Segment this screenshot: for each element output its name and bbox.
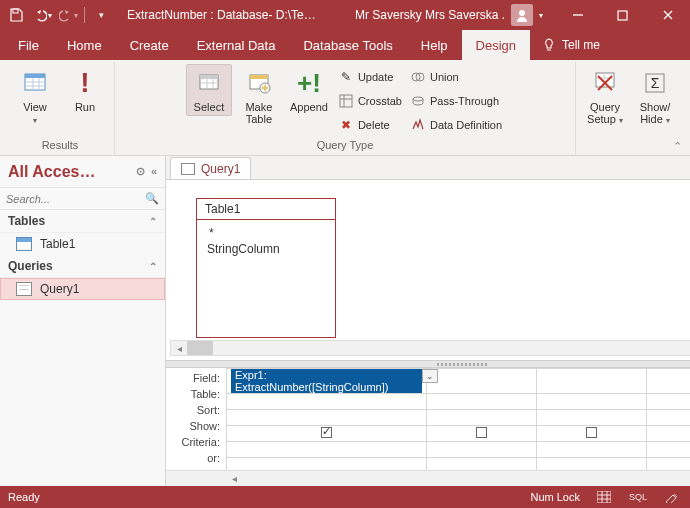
field-cell-3[interactable]: [537, 369, 647, 394]
maximize-button[interactable]: [600, 0, 645, 30]
query-designer-canvas[interactable]: Table1 * StringColumn ◂ ▸: [166, 180, 690, 360]
field-dropdown-button[interactable]: ⌄: [422, 369, 438, 383]
grid-row-field: Expr1: ExtractNumber([StringColumn]): [227, 369, 691, 394]
document-area: Query1 × Table1 * StringColumn ◂ ▸ F: [166, 156, 690, 486]
update-icon: ✎: [338, 69, 354, 85]
collapse-icon: ⌃: [149, 261, 157, 272]
view-button[interactable]: View▾: [12, 64, 58, 129]
design-view-button[interactable]: [662, 489, 682, 505]
ribbon-tabs: File Home Create External Data Database …: [0, 30, 690, 60]
nav-item-table1[interactable]: Table1: [0, 233, 165, 255]
splitter-handle[interactable]: [166, 360, 690, 368]
nav-item-query1[interactable]: Query1: [0, 278, 165, 300]
svg-rect-36: [597, 491, 611, 503]
grid-row-table: [227, 394, 691, 410]
append-button[interactable]: +! Append: [286, 64, 332, 116]
search-icon[interactable]: 🔍: [145, 192, 159, 205]
crosstab-button[interactable]: Crosstab: [336, 90, 404, 112]
delete-icon: ✖: [338, 117, 354, 133]
field-cell-2[interactable]: [427, 369, 537, 394]
show-hide-button[interactable]: Σ Show/ Hide ▾: [632, 64, 678, 129]
work-area: All Acces… ⊙« 🔍 Tables⌃ Table1 Queries⌃ …: [0, 156, 690, 486]
update-button[interactable]: ✎Update: [336, 66, 404, 88]
window-title: ExtractNumber : Database- D:\Te…: [111, 8, 316, 22]
nav-section-queries[interactable]: Queries⌃: [0, 255, 165, 278]
navigation-pane: All Acces… ⊙« 🔍 Tables⌃ Table1 Queries⌃ …: [0, 156, 166, 486]
status-text: Ready: [8, 491, 40, 503]
label-field: Field:: [168, 370, 220, 386]
table-box-table1[interactable]: Table1 * StringColumn: [196, 198, 336, 338]
document-tab-query1[interactable]: Query1: [170, 157, 251, 179]
tab-create[interactable]: Create: [116, 30, 183, 60]
minimize-button[interactable]: [555, 0, 600, 30]
svg-rect-23: [340, 95, 352, 107]
make-table-button[interactable]: Make Table: [236, 64, 282, 128]
redo-button[interactable]: ▾: [58, 5, 78, 25]
union-button[interactable]: Union: [408, 66, 504, 88]
show-checkbox-1[interactable]: [321, 427, 332, 438]
grid-row-or: [227, 458, 691, 471]
avatar-icon: [511, 4, 533, 26]
canvas-hscrollbar[interactable]: ◂ ▸: [170, 340, 690, 356]
svg-rect-3: [618, 11, 627, 20]
nav-header-title: All Acces…: [8, 163, 95, 181]
scroll-thumb[interactable]: [187, 341, 213, 355]
tab-database-tools[interactable]: Database Tools: [289, 30, 406, 60]
grid-row-show: [227, 426, 691, 442]
nav-section-tables[interactable]: Tables⌃: [0, 210, 165, 233]
field-cell-4[interactable]: [647, 369, 691, 394]
scroll-left-button[interactable]: ◂: [171, 341, 187, 355]
field-cell-1[interactable]: Expr1: ExtractNumber([StringColumn]): [227, 369, 427, 394]
table-icon: [16, 237, 32, 251]
tab-external-data[interactable]: External Data: [183, 30, 290, 60]
datasheet-view-button[interactable]: [594, 489, 614, 505]
search-input[interactable]: [6, 193, 145, 205]
run-button[interactable]: ! Run: [62, 64, 108, 116]
passthrough-button[interactable]: Pass-Through: [408, 90, 504, 112]
svg-point-1: [519, 10, 525, 16]
query-setup-button[interactable]: Query Setup ▾: [582, 64, 628, 129]
tell-me-search[interactable]: Tell me: [530, 30, 612, 60]
nav-collapse-icon[interactable]: «: [151, 165, 157, 178]
status-bar: Ready Num Lock SQL: [0, 486, 690, 508]
select-query-button[interactable]: Select: [186, 64, 232, 116]
run-icon: !: [80, 67, 89, 99]
make-table-icon: [247, 67, 271, 99]
tab-help[interactable]: Help: [407, 30, 462, 60]
qat-customize-button[interactable]: ▾: [91, 5, 111, 25]
sql-view-button[interactable]: SQL: [628, 489, 648, 505]
tab-home[interactable]: Home: [53, 30, 116, 60]
svg-rect-14: [200, 75, 218, 79]
append-icon: +!: [297, 67, 321, 99]
ribbon-group-query-type: Select Make Table +! Append ✎Update Cros…: [115, 62, 576, 155]
undo-button[interactable]: ▾: [32, 5, 52, 25]
svg-rect-29: [596, 73, 614, 87]
save-button[interactable]: [6, 5, 26, 25]
tab-design[interactable]: Design: [462, 30, 530, 60]
tab-file[interactable]: File: [4, 30, 53, 60]
table-field-star[interactable]: *: [207, 226, 325, 240]
show-checkbox-2[interactable]: [476, 427, 487, 438]
query-icon: [181, 163, 195, 175]
passthrough-icon: [410, 93, 426, 109]
scroll-left-button[interactable]: ◂: [226, 471, 242, 486]
nav-menu-caret-icon[interactable]: ⊙: [136, 165, 145, 178]
datadef-button[interactable]: Data Definition: [408, 114, 504, 136]
label-show: Show:: [168, 418, 220, 434]
grid-row-criteria: [227, 442, 691, 458]
collapse-icon: ⌃: [149, 216, 157, 227]
grid-hscrollbar[interactable]: ◂ ▸: [166, 470, 690, 486]
datadef-icon: [410, 117, 426, 133]
query-grid: Field: Table: Sort: Show: Criteria: or: …: [166, 368, 690, 470]
ribbon-group-results: View▾ ! Run Results: [6, 62, 115, 155]
nav-header[interactable]: All Acces… ⊙«: [0, 156, 165, 188]
nav-item-label: Query1: [40, 282, 79, 296]
user-account[interactable]: Mr Saversky Mrs Saverska . ▾: [345, 4, 547, 26]
table-field-stringcolumn[interactable]: StringColumn: [207, 242, 280, 256]
show-checkbox-3[interactable]: [586, 427, 597, 438]
label-criteria: Criteria:: [168, 434, 220, 450]
collapse-ribbon-button[interactable]: ⌃: [673, 140, 682, 153]
user-name: Mr Saversky Mrs Saverska .: [355, 8, 505, 22]
close-button[interactable]: [645, 0, 690, 30]
delete-button[interactable]: ✖Delete: [336, 114, 404, 136]
